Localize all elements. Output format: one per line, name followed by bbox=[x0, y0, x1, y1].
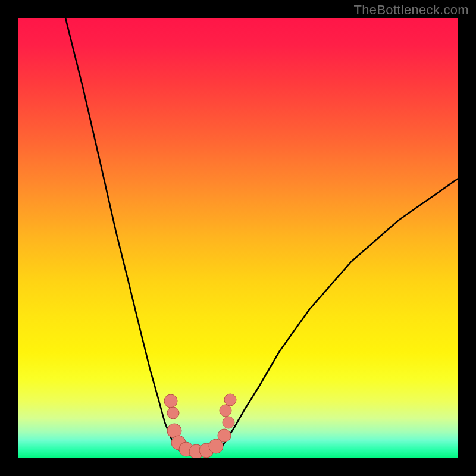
chart-frame: TheBottleneck.com bbox=[0, 0, 476, 476]
marker-0 bbox=[164, 394, 177, 408]
data-markers bbox=[164, 394, 236, 458]
series-left-branch bbox=[65, 18, 183, 452]
plot-area bbox=[18, 18, 458, 458]
marker-9 bbox=[223, 416, 234, 428]
bottleneck-curve bbox=[65, 18, 458, 454]
marker-11 bbox=[224, 394, 236, 406]
marker-10 bbox=[220, 405, 231, 416]
watermark-text: TheBottleneck.com bbox=[354, 2, 469, 18]
series-right-branch bbox=[214, 178, 458, 452]
curve-layer bbox=[18, 18, 458, 458]
marker-1 bbox=[167, 407, 179, 419]
marker-8 bbox=[218, 429, 231, 442]
